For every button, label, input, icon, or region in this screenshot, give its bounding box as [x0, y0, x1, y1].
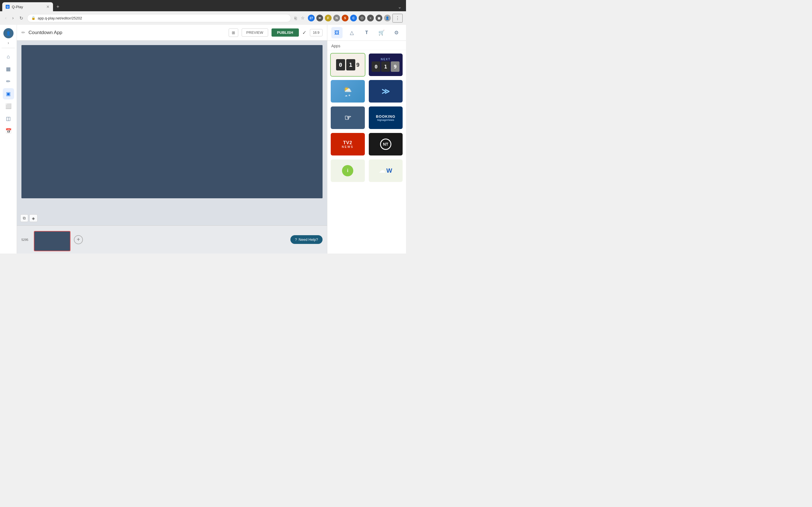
app-layout: 👤 › ⌂ ▦ ✏ ▣ ⬜ ◫ 📅 ✏ Countdown App ⊞ PREV… [0, 25, 406, 253]
app-card-weather[interactable]: ⛅ ☁ ☀ [330, 79, 365, 103]
canvas-frame[interactable] [21, 45, 322, 198]
ext-icon-lines[interactable]: ≡ [367, 15, 374, 21]
app-card-countdown[interactable]: 0 1 9 [330, 53, 365, 76]
profile-avatar[interactable]: 👤 [384, 15, 391, 21]
sidebar-item-home[interactable]: ⌂ [3, 51, 14, 62]
ext-icon-puzzle[interactable]: ⬡ [359, 15, 365, 21]
bookmark-button[interactable]: ☆ [300, 14, 306, 22]
slide-label: 122515 [47, 253, 57, 254]
address-actions: ⎗ ☆ [293, 14, 306, 22]
timeline-slide-1[interactable] [34, 231, 70, 251]
signageviews-label: SignageViews [377, 119, 394, 121]
ext-icon-s[interactable]: S [342, 15, 349, 21]
main-content: ✏ Countdown App ⊞ PREVIEW PUBLISH ✓ 16:9… [17, 25, 327, 253]
panel-text-tool[interactable]: T [361, 27, 372, 38]
help-icon: ? [295, 237, 297, 242]
preview-button[interactable]: PREVIEW [242, 29, 268, 37]
editor-toolbar: ✏ Countdown App ⊞ PREVIEW PUBLISH ✓ 16:9 [17, 25, 327, 41]
sidebar-divider-1 [2, 48, 15, 48]
infoweb-icon: i [342, 165, 353, 176]
ext-icon-c[interactable]: C [350, 15, 357, 21]
panel-cart-tool[interactable]: 🛒 [376, 27, 387, 38]
cloud-sun-icon: ⛅ [343, 86, 352, 94]
app-card-next-number[interactable]: NEXT 0 1 9 [368, 53, 403, 76]
user-avatar[interactable]: 👤 [3, 28, 13, 38]
app-card-nt[interactable]: NT [368, 132, 403, 156]
sidebar-item-calendar[interactable]: 📅 [3, 125, 14, 136]
sidebar-item-campaigns[interactable]: ▦ [3, 63, 14, 75]
shapes-icon: △ [350, 30, 354, 36]
sidebar-item-edit[interactable]: ✏ [3, 76, 14, 87]
tab-title: Q-Play [12, 5, 23, 9]
infoweb-i: i [347, 168, 348, 173]
ext-icon-layout[interactable]: ▣ [375, 15, 382, 21]
panel-image-tool[interactable]: 🖼 [331, 27, 343, 38]
nt-circle: NT [380, 138, 391, 150]
sidebar-collapse-btn[interactable]: › [8, 41, 9, 45]
active-tab[interactable]: Q Q-Play ✕ [2, 2, 53, 11]
ext-icon-n[interactable]: N [333, 15, 340, 21]
need-help-button[interactable]: ? Need Help? [290, 235, 322, 244]
next-digit-9: 9 [391, 61, 400, 72]
back-button[interactable]: ‹ [3, 14, 8, 22]
panel-shapes-tool[interactable]: △ [346, 27, 357, 38]
grid-icon: ⊞ [232, 31, 235, 35]
layer-button[interactable]: ⧉ [20, 214, 28, 222]
add-slide-button[interactable]: + [74, 235, 83, 244]
url-bar[interactable]: 🔒 app.q-play.net/editor/25202 [27, 14, 291, 22]
tab-bar: Q Q-Play ✕ + ⌄ [0, 0, 406, 11]
counter-digit-0: 0 [336, 59, 345, 70]
sidebar-item-media[interactable]: ⬜ [3, 101, 14, 112]
word-icon: W [386, 167, 392, 174]
new-tab-button[interactable]: + [54, 3, 62, 11]
window-controls: ⌄ [396, 3, 404, 11]
canvas-container: ⧉ ◈ 5295 122515 + ? Need Help? [17, 41, 327, 253]
next-label: NEXT [380, 58, 391, 61]
counter-dot-1: 9 [356, 62, 359, 68]
grid-view-button[interactable]: ⊞ [229, 29, 238, 37]
ext-icon-font[interactable]: F [325, 15, 332, 21]
panel-settings-tool[interactable]: ⚙ [391, 27, 402, 38]
ext-icon-1[interactable]: 27 [308, 15, 315, 21]
next-digit-0: 0 [371, 61, 380, 72]
sidebar-item-apps[interactable]: ◫ [3, 113, 14, 124]
browser-chrome: Q Q-Play ✕ + ⌄ ‹ › ↻ 🔒 app.q-play.net/ed… [0, 0, 406, 25]
counter-digit-1: 1 [346, 59, 355, 70]
app-card-infoweb[interactable]: i [330, 159, 365, 182]
reload-button[interactable]: ↻ [18, 14, 25, 22]
check-button[interactable]: ✓ [302, 30, 306, 36]
timeline-help: ? Need Help? [290, 235, 322, 244]
booking-label: BOOKING [376, 114, 395, 119]
app-card-touch[interactable]: ☞ [330, 106, 365, 129]
yammer-icon: ≫ [382, 87, 390, 96]
forward-button[interactable]: › [10, 14, 15, 22]
url-text: app.q-play.net/editor/25202 [38, 16, 287, 20]
weather-label: ☁ ☀ [345, 94, 350, 97]
tv2-label: TV2 [343, 140, 352, 145]
canvas-area: ⧉ ◈ [17, 41, 327, 225]
right-panel: 🖼 △ T 🛒 ⚙ Apps 0 1 [327, 25, 406, 253]
sidebar-item-displays[interactable]: ▣ [3, 88, 14, 100]
need-help-label: Need Help? [299, 237, 318, 242]
tab-favicon: Q [6, 5, 10, 9]
window-minimize[interactable]: ⌄ [396, 3, 404, 11]
address-bar: ‹ › ↻ 🔒 app.q-play.net/editor/25202 ⎗ ☆ … [0, 11, 406, 25]
nt-label: NT [383, 142, 388, 147]
ext-icon-pencil[interactable]: ✏ [316, 15, 323, 21]
app-card-tv2[interactable]: TV2 NEWS [330, 132, 365, 156]
aspect-ratio-button[interactable]: 16:9 [310, 29, 322, 36]
share-button[interactable]: ⎗ [293, 15, 298, 22]
settings-icon: ⚙ [394, 30, 399, 36]
app-card-booking[interactable]: BOOKING SignageViews [368, 106, 403, 129]
app-card-yammer[interactable]: ≫ [368, 79, 403, 103]
tab-close-btn[interactable]: ✕ [46, 4, 50, 9]
pencil-icon: ✏ [21, 30, 25, 35]
eraser-button[interactable]: ◈ [29, 214, 38, 222]
cart-icon: 🛒 [378, 30, 385, 36]
browser-menu-button[interactable]: ⋮ [393, 14, 403, 22]
app-card-onedrive[interactable]: ☁ W [368, 159, 403, 182]
apps-grid: 0 1 9 NEXT 0 1 9 [327, 50, 406, 185]
apps-scroll-area[interactable]: 0 1 9 NEXT 0 1 9 [327, 50, 406, 253]
publish-button[interactable]: PUBLISH [271, 29, 299, 37]
next-digit-1: 1 [381, 61, 390, 72]
